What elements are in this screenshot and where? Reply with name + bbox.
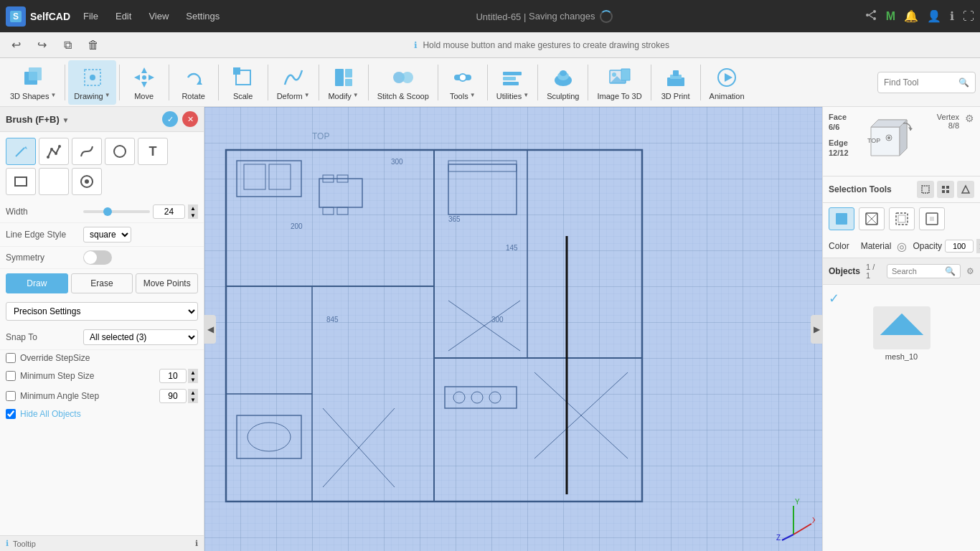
tool-animation[interactable]: Animation	[704, 60, 750, 105]
info-icon[interactable]: ℹ	[950, 9, 954, 23]
brush-pen-tool[interactable]	[6, 138, 36, 165]
hint-info-icon: ℹ	[414, 40, 418, 50]
objects-title: Objects	[829, 266, 860, 276]
svg-point-44	[47, 156, 50, 159]
sel-type-transparent[interactable]	[889, 207, 915, 230]
snap-to-select[interactable]: All selected (3) None Grid Vertex Edge F…	[83, 329, 198, 345]
width-increment-button[interactable]: ▲	[188, 204, 198, 212]
opacity-increment-button[interactable]: ▲	[976, 239, 980, 246]
tool-imageto3d[interactable]: Image To 3D	[591, 60, 647, 105]
sel-type-x-ray[interactable]	[919, 207, 945, 230]
symmetry-toggle[interactable]	[83, 250, 112, 265]
tool-tools[interactable]: Tools ▼	[441, 60, 484, 105]
view-cube-svg[interactable]: TOP	[864, 113, 921, 170]
menu-settings[interactable]: Settings	[182, 8, 224, 24]
min-angle-increment-button[interactable]: ▲	[188, 389, 198, 396]
brush-target-tool[interactable]	[72, 168, 102, 195]
menu-file[interactable]: File	[79, 8, 103, 24]
share-icon[interactable]	[864, 9, 877, 24]
tool-drawing[interactable]: Drawing ▼	[68, 60, 116, 105]
view-settings-gear-button[interactable]: ⚙	[965, 113, 974, 124]
opacity-input[interactable]	[945, 240, 974, 253]
sel-icon-1[interactable]	[917, 181, 934, 198]
redo-button[interactable]: ↪	[32, 35, 52, 55]
width-slider-thumb[interactable]	[103, 207, 112, 216]
line-edge-style-select[interactable]: square round flat	[83, 227, 131, 242]
collapse-left-button[interactable]: ◀	[204, 315, 216, 344]
width-slider-track[interactable]	[83, 210, 150, 213]
notification-icon[interactable]: 🔔	[904, 9, 918, 23]
undo-button[interactable]: ↩	[6, 35, 26, 55]
brush-spline-tool[interactable]	[72, 138, 102, 165]
menu-edit[interactable]: Edit	[111, 8, 136, 24]
animation-label: Animation	[710, 92, 745, 100]
hide-all-objects-checkbox[interactable]	[6, 409, 16, 419]
draw-button[interactable]: Draw	[6, 273, 68, 293]
brush-rect-tool[interactable]	[6, 168, 36, 195]
sel-icon-3[interactable]	[957, 181, 974, 198]
find-tool-input[interactable]	[884, 77, 956, 88]
user-icon[interactable]: 👤	[927, 9, 941, 23]
precision-settings-select[interactable]: Precison Settings	[6, 302, 198, 321]
blueprint-canvas[interactable]: TOP	[204, 107, 822, 551]
panel-dropdown-arrow[interactable]: ▼	[62, 116, 69, 124]
fullscreen-icon[interactable]: ⛶	[963, 10, 974, 23]
menu-view[interactable]: View	[144, 8, 173, 24]
tool-utilities[interactable]: Utilities ▼	[491, 60, 534, 105]
move-points-button[interactable]: Move Points	[136, 273, 198, 293]
m-icon[interactable]: M	[886, 10, 895, 23]
tool-rotate[interactable]: Rotate	[172, 60, 215, 105]
override-step-checkbox[interactable]	[6, 353, 16, 363]
coordinate-indicator: Y X Z	[772, 499, 815, 544]
panel-close-button[interactable]: ✕	[182, 111, 198, 127]
svg-rect-20	[335, 69, 344, 86]
tool-3dshapes[interactable]: 3D Shapes ▼	[4, 60, 62, 105]
brush-empty-tool[interactable]	[39, 168, 69, 195]
canvas-area[interactable]: ◀ TOP	[204, 107, 822, 551]
width-decrement-button[interactable]: ▼	[188, 212, 198, 219]
tool-deform[interactable]: Deform ▼	[271, 60, 316, 105]
opacity-decrement-button[interactable]: ▼	[976, 246, 980, 253]
min-angle-step-input[interactable]	[159, 389, 187, 403]
delete-button[interactable]: 🗑	[83, 35, 103, 55]
app-logo[interactable]: S SelfCAD	[6, 6, 70, 27]
panel-confirm-button[interactable]: ✓	[162, 111, 178, 127]
erase-button[interactable]: Erase	[71, 273, 133, 293]
min-step-size-input[interactable]	[159, 369, 187, 383]
view-cube-container[interactable]: TOP	[854, 113, 931, 170]
tool-sculpting[interactable]: Sculpting	[541, 60, 585, 105]
min-step-size-checkbox[interactable]	[6, 371, 16, 381]
line-edge-style-label: Line Edge Style	[6, 230, 77, 240]
tool-move[interactable]: Move	[123, 60, 166, 105]
objects-search-input[interactable]	[892, 267, 942, 276]
min-step-decrement-button[interactable]: ▼	[188, 376, 198, 383]
find-tool-search[interactable]: 🔍	[877, 72, 976, 93]
objects-search[interactable]: 🔍	[887, 264, 961, 278]
object-item-mesh10[interactable]: ✓ mesh_10	[823, 285, 980, 367]
svg-marker-41	[725, 73, 732, 82]
min-angle-decrement-button[interactable]: ▼	[188, 396, 198, 403]
brush-polyline-tool[interactable]	[39, 138, 69, 165]
saving-spinner	[600, 10, 613, 23]
tool-modify[interactable]: Modify ▼	[322, 60, 365, 105]
width-value-input[interactable]: 24	[153, 204, 185, 219]
tooltip-help-icon[interactable]: ℹ	[195, 539, 198, 548]
brush-text-tool[interactable]: T	[138, 138, 168, 165]
line-edge-style-control: square round flat	[83, 227, 198, 242]
min-step-increment-button[interactable]: ▲	[188, 369, 198, 376]
min-angle-step-checkbox[interactable]	[6, 391, 16, 401]
copy-button[interactable]: ⧉	[57, 35, 77, 55]
deform-label: Deform	[277, 92, 303, 100]
tool-3dprint[interactable]: 3D Print	[654, 60, 697, 105]
brush-circle-tool[interactable]	[105, 138, 135, 165]
toolbar: 3D Shapes ▼ Drawing ▼ Move Rotate Scale	[0, 58, 980, 107]
material-icon-button[interactable]: ◎	[897, 240, 907, 253]
sel-type-solid[interactable]	[829, 207, 854, 230]
drawing-label: Drawing	[74, 92, 103, 100]
sel-icon-2[interactable]	[937, 181, 954, 198]
sel-type-wireframe[interactable]	[859, 207, 885, 230]
collapse-right-button[interactable]: ▶	[811, 315, 822, 344]
tool-stitchscoop[interactable]: Stitch & Scoop	[372, 60, 435, 105]
objects-gear-button[interactable]: ⚙	[966, 266, 974, 276]
tool-scale[interactable]: Scale	[222, 60, 265, 105]
